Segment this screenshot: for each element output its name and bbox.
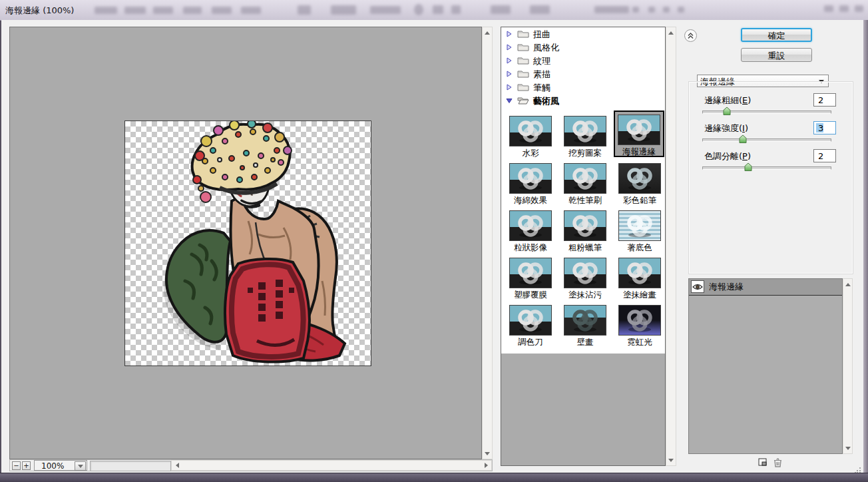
settings-pane: 確定 重設 海報邊緣 邊緣粗細(E) 邊緣強度(I) 色調分離(P) — [682, 25, 854, 471]
scroll-up-arrow[interactable] — [483, 28, 492, 37]
ok-button[interactable]: 確定 — [741, 28, 812, 42]
menu-item-blurred-6[interactable] — [241, 7, 261, 14]
filter-thumbnail-plastic-wrap[interactable]: 塑膠覆膜 — [509, 258, 552, 301]
collapsed-triangle-icon[interactable] — [506, 57, 513, 64]
posterization-slider-track[interactable] — [702, 166, 831, 170]
toolbar-button-blurred-1[interactable] — [298, 5, 311, 15]
filter-preview-icon — [618, 115, 660, 144]
toolbar-button-blurred-4[interactable] — [414, 4, 423, 15]
collapse-pane-button[interactable] — [684, 29, 697, 42]
category-distort[interactable]: 扭曲 — [501, 27, 665, 41]
canvas-vertical-scrollbar[interactable] — [482, 27, 493, 459]
category-artistic[interactable]: 藝術風 — [501, 94, 665, 108]
scroll-right-arrow[interactable] — [481, 461, 491, 470]
filter-preview-icon — [564, 211, 606, 240]
scroll-down-arrow[interactable] — [483, 449, 492, 458]
folder-icon — [517, 56, 529, 65]
filter-thumbnail-cutout[interactable]: 挖剪圖案 — [564, 116, 606, 159]
filter-thumbnail-paint-daubs[interactable]: 塗抹繪畫 — [618, 258, 661, 301]
category-texture[interactable]: 紋理 — [501, 54, 665, 68]
zoom-out-button[interactable]: − — [12, 461, 21, 470]
toolbar-button-blurred-7[interactable] — [491, 5, 511, 14]
filter-thumbnail-watercolor[interactable]: 水彩 — [509, 116, 552, 159]
filter-category-list: 扭曲 風格化 紋理 素描 筆觸 藝術風 — [501, 27, 666, 466]
filter-thumbnail-sponge[interactable]: 海綿效果 — [509, 163, 552, 206]
filter-thumbnail-rough-pastels[interactable]: 粗粉蠟筆 — [564, 210, 606, 254]
category-stylize[interactable]: 風格化 — [501, 41, 665, 55]
filter-preview-icon — [619, 306, 660, 335]
edge-intensity-slider-track[interactable] — [702, 138, 831, 142]
filter-preview-icon — [510, 211, 551, 240]
edge-intensity-label: 邊緣強度(I) — [704, 122, 748, 134]
filter-preview-icon — [510, 117, 551, 146]
preview-image[interactable] — [124, 120, 371, 366]
menu-item-blurred-2[interactable] — [124, 7, 146, 14]
toolbar-button-blurred-8[interactable] — [530, 5, 550, 14]
edge-intensity-slider-thumb[interactable] — [739, 134, 747, 144]
collapsed-triangle-icon[interactable] — [506, 71, 513, 77]
category-label: 風格化 — [533, 42, 559, 54]
edge-thickness-input[interactable] — [813, 93, 836, 107]
window-right-frame — [863, 20, 868, 474]
filter-thumbnail-colored-pencil[interactable]: 彩色鉛筆 — [618, 163, 661, 206]
expanded-triangle-icon[interactable] — [506, 97, 513, 104]
category-brush-strokes[interactable]: 筆觸 — [501, 81, 665, 95]
category-sketch[interactable]: 素描 — [501, 67, 665, 81]
new-effect-layer-button[interactable] — [758, 458, 767, 468]
poster-edges-artwork — [125, 121, 371, 365]
collapsed-triangle-icon[interactable] — [506, 44, 513, 51]
scroll-down-arrow[interactable] — [666, 455, 676, 465]
window-close-button[interactable] — [855, 5, 863, 12]
effect-layer-row[interactable]: 海報邊緣 — [689, 279, 842, 296]
window-bottom-frame — [0, 473, 868, 482]
scroll-left-arrow[interactable] — [172, 461, 182, 470]
zoom-in-button[interactable]: + — [22, 461, 31, 470]
collapsed-triangle-icon[interactable] — [506, 31, 513, 37]
folder-icon — [517, 69, 529, 78]
effect-layers-list[interactable]: 海報邊緣 — [688, 278, 843, 454]
menu-item-blurred-4[interactable] — [183, 7, 202, 14]
delete-effect-layer-button[interactable] — [773, 458, 782, 469]
filter-thumbnail-poster-edges-selected[interactable]: 海報邊緣 — [614, 111, 664, 157]
menu-item-blurred-3[interactable] — [153, 7, 173, 14]
filter-thumbnail-smudge-stick[interactable]: 塗抹沾污 — [564, 258, 606, 301]
window-title: 海報邊緣 (100%) — [5, 5, 74, 17]
filter-thumbnail-fresco[interactable]: 壁畫 — [564, 305, 606, 348]
filter-thumbnail-dry-brush[interactable]: 乾性筆刷 — [564, 163, 606, 206]
filter-pane-scrollbar[interactable] — [666, 27, 676, 466]
filter-pane-filler — [501, 354, 665, 465]
preview-status-bar: − + 100% — [9, 459, 493, 471]
filter-thumbnail-underpainting[interactable]: 著底色 — [618, 210, 661, 254]
filter-thumbnail-palette-knife[interactable]: 調色刀 — [509, 305, 552, 348]
filter-thumbnail-neon-glow[interactable]: 霓虹光 — [618, 305, 661, 348]
toolbar-button-blurred-6[interactable] — [451, 5, 461, 14]
menu-item-blurred-1[interactable] — [95, 7, 117, 14]
edge-intensity-input[interactable] — [813, 121, 836, 134]
visibility-toggle[interactable] — [691, 280, 704, 293]
window-maximize-button[interactable] — [839, 5, 849, 12]
scroll-up-arrow[interactable] — [843, 280, 853, 289]
titlebar-glyph-blurred-1 — [632, 7, 639, 13]
canvas-horizontal-scrollbar[interactable] — [171, 460, 492, 471]
edge-thickness-slider-track[interactable] — [702, 111, 831, 114]
reset-button[interactable]: 重設 — [741, 48, 812, 62]
scroll-up-arrow[interactable] — [666, 28, 676, 37]
window-minimize-button[interactable] — [824, 5, 833, 12]
posterization-input[interactable] — [813, 149, 836, 162]
toolbar-button-blurred-3[interactable] — [370, 6, 401, 14]
title-bar[interactable]: 海報邊緣 (100%) — [0, 0, 868, 21]
scroll-down-arrow[interactable] — [843, 443, 853, 453]
edge-thickness-slider-thumb[interactable] — [723, 107, 731, 116]
category-label: 素描 — [533, 69, 550, 81]
zoom-dropdown-button[interactable] — [75, 461, 86, 471]
filter-thumbnail-film-grain[interactable]: 粒狀影像 — [509, 210, 552, 254]
collapsed-triangle-icon[interactable] — [506, 84, 513, 91]
category-label: 藝術風 — [533, 95, 559, 107]
posterization-slider-thumb[interactable] — [744, 162, 752, 172]
effect-layers-scrollbar[interactable] — [843, 278, 853, 454]
toolbar-button-blurred-5[interactable] — [433, 5, 443, 14]
toolbar-button-blurred-2[interactable] — [331, 5, 356, 15]
titlebar-glyph-blurred-3 — [663, 7, 670, 13]
zoom-level-select[interactable]: 100% — [34, 460, 87, 471]
menu-item-blurred-5[interactable] — [212, 7, 232, 14]
